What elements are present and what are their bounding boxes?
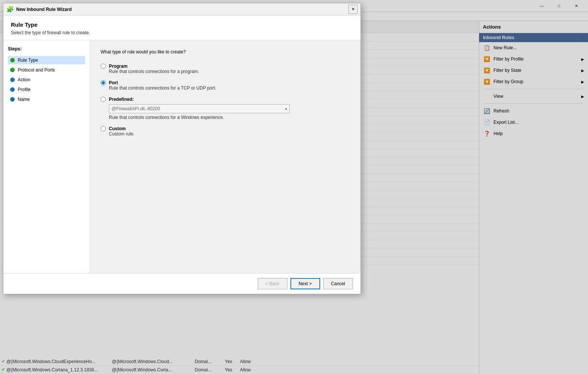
step-label-profile: Profile [18, 87, 31, 92]
step-item-action[interactable]: Action [8, 76, 85, 84]
radio-title-program: Program [109, 64, 127, 69]
step-dot-action [10, 78, 15, 82]
cancel-button[interactable]: Cancel [323, 278, 353, 289]
new-inbound-rule-dialog: 🧩 New Inbound Rule Wizard ✕ Rule Type Se… [3, 3, 361, 294]
step-label-protocol-ports: Protocol and Ports [18, 67, 55, 73]
predefined-dropdown[interactable]: @FirewallAPI.dll,-80200 [109, 104, 290, 113]
dialog-header: Rule Type Select the type of firewall ru… [3, 15, 360, 40]
radio-desc-custom: Custom rule. [109, 131, 350, 137]
radio-desc-program: Rule that controls connections for a pro… [109, 69, 350, 74]
radio-title-custom: Custom [109, 126, 126, 131]
dialog-close-button[interactable]: ✕ [348, 5, 357, 14]
dialog-content: Steps: Rule TypeProtocol and PortsAction… [3, 40, 360, 273]
dialog-body: Rule Type Select the type of firewall ru… [3, 15, 360, 294]
step-dot-name [10, 97, 15, 102]
dialog-icon: 🧩 [6, 6, 14, 13]
radio-custom[interactable] [101, 126, 106, 131]
radio-option-program: ProgramRule that controls connections fo… [101, 64, 350, 74]
radio-port[interactable] [101, 80, 106, 85]
dialog-footer: < Back Next > Cancel [3, 273, 360, 294]
dialog-title-bar: 🧩 New Inbound Rule Wizard ✕ [3, 3, 360, 15]
steps-list: Rule TypeProtocol and PortsActionProfile… [8, 56, 85, 103]
step-item-profile[interactable]: Profile [8, 85, 85, 94]
dialog-overlay: 🧩 New Inbound Rule Wizard ✕ Rule Type Se… [0, 0, 588, 374]
radio-desc-port: Rule that controls connections for a TCP… [109, 85, 350, 91]
step-dot-profile [10, 87, 15, 92]
wizard-question: What type of rule would you like to crea… [101, 49, 350, 55]
step-dot-protocol-ports [10, 68, 15, 72]
radio-group: ProgramRule that controls connections fo… [101, 64, 350, 137]
radio-desc-predefined: Rule that controls connections for a Win… [109, 115, 350, 120]
step-item-protocol-ports[interactable]: Protocol and Ports [8, 66, 85, 74]
dialog-title: New Inbound Rule Wizard [16, 7, 348, 12]
steps-sidebar: Steps: Rule TypeProtocol and PortsAction… [3, 40, 90, 273]
radio-title-port: Port [109, 80, 118, 85]
step-item-name[interactable]: Name [8, 95, 85, 103]
back-button[interactable]: < Back [258, 278, 287, 289]
radio-option-predefined: Predefined:@FirewallAPI.dll,-80200Rule t… [101, 97, 350, 120]
dialog-heading: Rule Type [11, 21, 353, 28]
radio-program[interactable] [101, 64, 106, 69]
step-label-rule-type: Rule Type [18, 58, 38, 63]
radio-option-port: PortRule that controls connections for a… [101, 80, 350, 91]
dialog-subheading: Select the type of firewall rule to crea… [11, 30, 353, 35]
radio-option-custom: CustomCustom rule. [101, 126, 350, 137]
radio-title-predefined: Predefined: [109, 97, 134, 102]
radio-predefined[interactable] [101, 97, 106, 102]
step-label-name: Name [18, 97, 30, 102]
next-button[interactable]: Next > [290, 278, 320, 289]
wizard-main: What type of rule would you like to crea… [90, 40, 360, 273]
step-item-rule-type[interactable]: Rule Type [8, 56, 85, 64]
step-label-action: Action [18, 77, 30, 82]
step-dot-rule-type [10, 58, 15, 62]
steps-label: Steps: [8, 46, 85, 52]
